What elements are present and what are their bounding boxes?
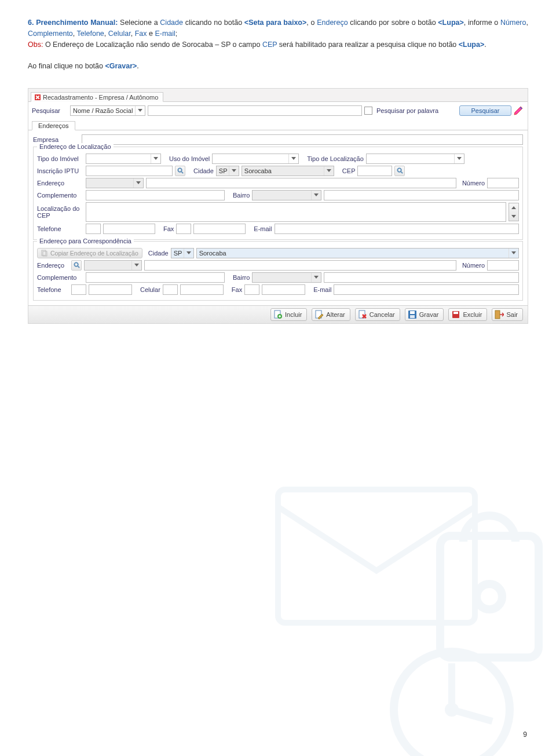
cancelar-button[interactable]: Cancelar <box>355 308 400 321</box>
complemento-label: Complemento <box>37 192 83 199</box>
scroll-up-icon[interactable] <box>509 203 518 212</box>
search-by-word-label: Pesquisar por palavra <box>376 107 438 114</box>
copiar-endereco-button: Copiar Endereço de Localização <box>37 248 142 258</box>
search-label: Pesquisar <box>32 107 68 114</box>
delete-icon <box>451 310 460 319</box>
bairro-label: Bairro <box>233 192 250 199</box>
corr-email-input[interactable] <box>334 284 519 295</box>
corr-fax-ddd-input[interactable] <box>244 284 259 295</box>
search-type-select[interactable]: Nome / Razão Social <box>70 105 145 116</box>
gravar-button[interactable]: Gravar <box>405 308 444 321</box>
loc-cep-textarea <box>86 202 506 222</box>
chevron-down-icon <box>454 154 464 163</box>
iptu-input[interactable] <box>86 166 173 176</box>
bairro-select[interactable] <box>252 190 321 200</box>
legend-correspondencia: Endereço para Correspondência <box>37 238 134 244</box>
svg-rect-4 <box>42 250 46 255</box>
search-by-word-checkbox[interactable] <box>364 107 372 115</box>
telefone-ddd-input[interactable] <box>86 224 101 234</box>
tab-enderecos[interactable]: Endereços <box>32 121 75 130</box>
cidade-label: Cidade <box>193 167 214 174</box>
chevron-down-icon <box>151 154 160 163</box>
loc-cep-label: Localização do CEP <box>37 205 83 219</box>
svg-rect-18 <box>278 490 475 623</box>
corr-fax-input[interactable] <box>262 284 305 295</box>
search-button[interactable]: Pesquisar <box>459 105 511 116</box>
svg-line-3 <box>401 172 403 174</box>
corr-numero-input[interactable] <box>487 260 519 271</box>
cancel-doc-icon <box>358 310 367 319</box>
tab-main[interactable]: Recadastramento - Empresa / Autônomo <box>31 92 163 102</box>
corr-telefone-input[interactable] <box>89 284 132 295</box>
corr-celular-input[interactable] <box>180 284 224 295</box>
scroll-down-icon[interactable] <box>509 212 518 221</box>
search-input[interactable] <box>148 105 362 116</box>
uso-imovel-select[interactable] <box>212 154 299 164</box>
iptu-lookup-button[interactable] <box>175 166 185 176</box>
corr-cidade-uf-select[interactable]: SP <box>171 248 194 258</box>
corr-numero-label: Número <box>462 262 485 269</box>
cep-lookup-button[interactable] <box>394 166 405 176</box>
bairro-nome-input <box>324 190 519 200</box>
svg-point-0 <box>178 169 181 172</box>
email-loc-label: E-mail <box>254 225 272 232</box>
instruction-paragraph: 6. Preenchimento Manual: Selecione a Cid… <box>28 17 528 72</box>
endereco-tipo-select[interactable] <box>86 178 144 188</box>
corr-complemento-label: Complemento <box>37 274 83 281</box>
toolbar: Incluir Alterar Cancelar Gravar Excluir … <box>28 305 528 323</box>
corr-bairro-select[interactable] <box>252 272 321 283</box>
edit-icon[interactable] <box>514 106 523 115</box>
corr-cidade-nome-select[interactable]: Sorocaba <box>196 248 519 258</box>
corr-celular-ddd-input[interactable] <box>163 284 178 295</box>
add-doc-icon <box>273 310 283 319</box>
alterar-button[interactable]: Alterar <box>312 308 350 321</box>
corr-endereco-label: Endereço <box>37 262 69 269</box>
chevron-down-icon <box>311 191 321 200</box>
endereco-input <box>146 178 456 188</box>
svg-rect-19 <box>440 536 539 658</box>
sair-button[interactable]: Sair <box>492 308 523 321</box>
chevron-down-icon <box>311 273 321 282</box>
chevron-down-icon <box>324 166 334 176</box>
copy-icon <box>41 250 48 257</box>
svg-point-21 <box>394 652 510 756</box>
corr-telefone-label: Telefone <box>37 286 69 293</box>
corr-email-label: E-mail <box>313 286 331 293</box>
excluir-button[interactable]: Excluir <box>448 308 487 321</box>
svg-point-6 <box>74 263 78 266</box>
corr-telefone-ddd-input[interactable] <box>71 284 86 295</box>
svg-rect-13 <box>410 311 415 314</box>
edit-doc-icon <box>314 310 324 319</box>
app-window: Recadastramento - Empresa / Autônomo Pes… <box>28 88 528 324</box>
corr-endereco-lookup-button[interactable] <box>71 260 82 271</box>
cidade-uf-select[interactable]: SP <box>216 166 239 176</box>
tipo-localizacao-select[interactable] <box>366 154 464 164</box>
watermark-icon <box>266 466 556 756</box>
close-icon[interactable] <box>35 94 41 100</box>
legend-localizacao: Endereço de Localização <box>37 143 114 150</box>
endereco-label: Endereço <box>37 180 83 187</box>
cidade-nome-select[interactable]: Sorocaba <box>242 166 334 176</box>
tipo-imovel-select[interactable] <box>86 154 161 164</box>
page-number: 9 <box>523 731 527 739</box>
email-input[interactable] <box>275 224 519 234</box>
telefone-input[interactable] <box>103 224 155 234</box>
corr-cidade-label: Cidade <box>148 250 169 257</box>
incluir-button[interactable]: Incluir <box>270 308 307 321</box>
svg-line-7 <box>78 266 79 268</box>
complemento-input[interactable] <box>86 190 225 200</box>
corr-endereco-tipo-select[interactable] <box>84 260 142 271</box>
svg-rect-16 <box>453 312 458 314</box>
fax-ddd-input[interactable] <box>176 224 191 234</box>
loc-cep-scrollbar[interactable] <box>509 203 519 221</box>
search-bar: Pesquisar Nome / Razão Social Pesquisar … <box>28 102 528 118</box>
tab-title: Recadastramento - Empresa / Autônomo <box>43 94 158 101</box>
fax-input[interactable] <box>193 224 246 234</box>
svg-rect-14 <box>410 315 415 318</box>
chevron-down-icon <box>131 261 141 270</box>
corr-complemento-input[interactable] <box>86 272 225 283</box>
chevron-down-icon <box>133 178 143 188</box>
fax-loc-label: Fax <box>163 225 174 232</box>
cep-input[interactable] <box>357 166 392 176</box>
numero-input[interactable] <box>487 178 519 188</box>
